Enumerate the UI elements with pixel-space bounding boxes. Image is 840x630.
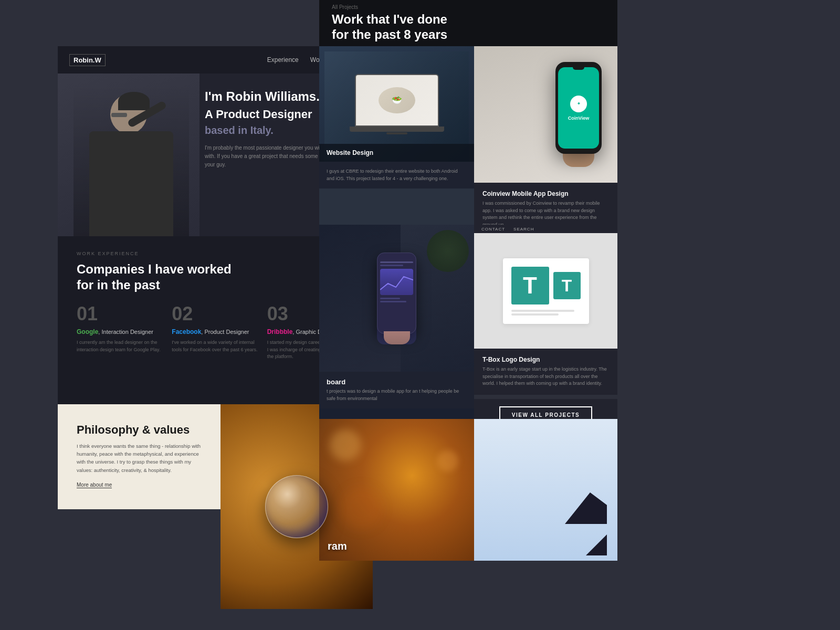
projects-header-title: Work that I've donefor the past 8 years — [332, 12, 605, 43]
coinview-card: ✦ CoinView Coinview Mobile App Design I … — [474, 46, 617, 225]
left-margin — [0, 0, 58, 630]
top-margin — [58, 0, 319, 46]
plane-photo — [474, 419, 617, 561]
contact-search-bar: CONTACT SEARCH — [474, 225, 617, 233]
instagram-photo: ram — [319, 419, 474, 561]
right-margin — [617, 0, 840, 630]
philosophy-section: Philosophy & values I think everyone wan… — [58, 404, 220, 509]
projects-header-subtitle: All Projects — [332, 4, 605, 10]
person-glasses — [111, 113, 127, 117]
tbox-info: T-Box Logo Design T-Box is an early stag… — [474, 349, 617, 395]
website-design-overlay: Website Design — [319, 144, 474, 162]
company-02: 02 Facebook, Product Designer I've worke… — [172, 304, 258, 361]
philosophy-title: Philosophy & values — [77, 423, 202, 437]
person-cap — [118, 92, 150, 110]
company-name-dribbble: Dribbble — [267, 328, 293, 335]
glass-sphere — [265, 475, 328, 538]
hero-image — [58, 74, 200, 236]
person-body — [89, 131, 173, 236]
tbox-card-image: T T — [474, 233, 617, 349]
nav-logo-area: Robin.W — [58, 46, 178, 74]
companies-grid: 01 Google, Interaction Designer I curren… — [77, 304, 354, 361]
mobile-design-card: board t projects was to design a mobile … — [319, 225, 474, 419]
contact-tag: CONTACT — [481, 227, 505, 232]
search-tag: SEARCH — [513, 227, 534, 232]
gram-label: ram — [328, 540, 347, 552]
dashboard-info: board t projects was to design a mobile … — [319, 372, 474, 408]
company-01: 01 Google, Interaction Designer I curren… — [77, 304, 163, 361]
company-name-facebook: Facebook — [172, 328, 201, 335]
company-name-google: Google — [77, 328, 98, 335]
website-design-info: I guys at CBRE to redesign their entire … — [319, 162, 474, 188]
nav-experience[interactable]: Experience — [267, 56, 299, 64]
philosophy-description: I think everyone wants the same thing - … — [77, 442, 202, 474]
website-design-card: 🥗 Website Design I guys at CBRE to redes… — [319, 46, 474, 225]
work-section-label: WORK EXPERIENCE — [77, 251, 354, 256]
site-logo: Robin.W — [69, 54, 106, 66]
coinview-info: Coinview Mobile App Design I was commiss… — [474, 183, 617, 225]
work-section-title: Companies I have worked for in the past — [77, 261, 354, 293]
more-about-me-link[interactable]: More about me — [77, 482, 112, 488]
projects-header: All Projects Work that I've donefor the … — [319, 0, 617, 46]
